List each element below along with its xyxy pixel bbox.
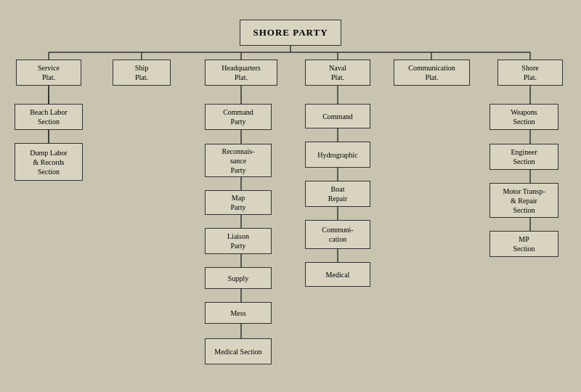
comm-plat-node: CommunicationPlat. <box>394 60 470 86</box>
cmd-party-label: CommandParty <box>223 107 253 126</box>
engineer-section-node: EngineerSection <box>489 144 558 170</box>
hydrographic-node: Hydrographic <box>305 142 370 168</box>
engineer-section-label: EngineerSection <box>511 147 537 166</box>
root-label: Shore Party <box>253 27 328 39</box>
service-plat-label: ServicePlat. <box>38 63 60 82</box>
medical-node: Medical <box>305 262 370 287</box>
org-chart: Shore Party ServicePlat. ShipPlat. Headq… <box>0 0 581 392</box>
ship-plat-node: ShipPlat. <box>113 60 171 86</box>
mess-node: Mess <box>205 302 272 324</box>
beach-labor-node: Beach LaborSection <box>15 104 83 130</box>
map-party-label: MapParty <box>230 193 245 212</box>
recon-party-label: Reconnais-sanceParty <box>222 147 255 175</box>
cmd-party-node: CommandParty <box>205 104 272 130</box>
medical-section-node: Medical Section <box>205 338 272 364</box>
naval-command-node: Command <box>305 104 370 128</box>
medical-section-label: Medical Section <box>214 347 261 356</box>
comm-plat-label: CommunicationPlat. <box>408 63 455 82</box>
recon-party-node: Reconnais-sanceParty <box>205 144 272 177</box>
naval-command-label: Command <box>322 112 353 121</box>
mess-label: Mess <box>230 309 245 318</box>
naval-plat-node: NavalPlat. <box>305 60 370 86</box>
root-node: Shore Party <box>240 20 341 46</box>
hq-plat-node: HeadquartersPlat. <box>205 60 277 86</box>
map-party-node: MapParty <box>205 190 272 215</box>
dump-labor-node: Dump Labor& RecordsSection <box>15 143 83 181</box>
medical-label: Medical <box>326 270 350 279</box>
beach-labor-label: Beach LaborSection <box>30 107 67 126</box>
liaison-party-label: LiaisonParty <box>227 232 249 250</box>
shore-plat-label: ShorePlat. <box>521 63 538 82</box>
motor-transp-label: Motor Transp-& RepairSection <box>503 187 545 215</box>
service-plat-node: ServicePlat. <box>16 60 81 86</box>
ship-plat-label: ShipPlat. <box>135 63 148 82</box>
dump-labor-label: Dump Labor& RecordsSection <box>30 148 67 176</box>
motor-transp-node: Motor Transp-& RepairSection <box>489 183 558 218</box>
supply-node: Supply <box>205 267 272 289</box>
hq-plat-label: HeadquartersPlat. <box>222 63 260 82</box>
weapons-section-node: WeaponsSection <box>489 104 558 130</box>
communication-node: Communi-cation <box>305 220 370 249</box>
mp-section-node: MPSection <box>489 231 558 257</box>
boat-repair-node: BoatRepair <box>305 181 370 207</box>
hydrographic-label: Hydrographic <box>317 150 358 160</box>
supply-label: Supply <box>228 274 248 283</box>
liaison-party-node: LiaisonParty <box>205 228 272 254</box>
communication-label: Communi-cation <box>322 225 353 244</box>
shore-plat-node: ShorePlat. <box>497 60 563 86</box>
mp-section-label: MPSection <box>513 234 535 253</box>
naval-plat-label: NavalPlat. <box>329 63 346 82</box>
boat-repair-label: BoatRepair <box>328 184 348 203</box>
weapons-section-label: WeaponsSection <box>511 107 537 126</box>
